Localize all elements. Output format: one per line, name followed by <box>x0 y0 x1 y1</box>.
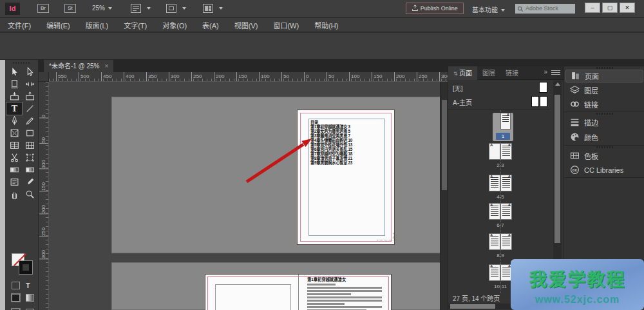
page-thumbnail-left-6-7[interactable]: A <box>489 203 500 220</box>
chevron-down-icon[interactable] <box>182 7 186 10</box>
page-thumbnail-left-2-3[interactable]: A <box>489 143 500 160</box>
panel-expand-icon[interactable]: » <box>544 68 547 75</box>
tab-layers[interactable]: 图层 <box>477 66 500 80</box>
dock-item-color[interactable]: 颜色 <box>565 131 643 144</box>
page-thumbnail-left-8-9[interactable]: A <box>489 233 500 250</box>
panel-menu-icon[interactable] <box>551 70 560 76</box>
gradient-feather-tool[interactable] <box>22 164 37 176</box>
vertical-grid-tool[interactable] <box>22 139 37 151</box>
page-thumbnail-left-4-5[interactable]: A <box>489 175 500 191</box>
scroll-up-icon[interactable] <box>555 82 560 86</box>
master-thumbnail <box>539 82 547 93</box>
stock-button[interactable]: St <box>64 4 76 13</box>
page-thumbnail-right-4-5[interactable]: A <box>500 175 512 191</box>
close-tab-icon[interactable]: × <box>105 63 109 70</box>
menu-item-6[interactable]: 视图(V) <box>234 20 258 30</box>
page-tool[interactable] <box>6 78 22 90</box>
eyedropper-tool[interactable] <box>22 176 37 188</box>
arrange-documents-icon[interactable] <box>203 4 213 13</box>
menu-item-1[interactable]: 编辑(E) <box>46 20 70 30</box>
hand-tool[interactable] <box>6 188 22 200</box>
page-thumbnail-right-2-3[interactable]: A <box>500 143 512 160</box>
zoom-level-dropdown[interactable]: 25% <box>92 5 112 12</box>
gradient-tool[interactable] <box>6 164 22 176</box>
panel-grip[interactable] <box>596 146 613 148</box>
rectangle-tool[interactable] <box>22 127 37 139</box>
menu-item-0[interactable]: 文件(F) <box>8 20 31 30</box>
dock-item-links[interactable]: 链接 <box>565 98 643 111</box>
spread-label-10-11: 10-11 <box>488 284 513 289</box>
zoom-tool[interactable] <box>22 188 37 200</box>
direct-selection-tool[interactable] <box>22 66 37 78</box>
chevron-down-icon[interactable] <box>219 7 223 10</box>
bridge-button[interactable]: Br <box>37 4 49 13</box>
content-collector-tool[interactable] <box>6 90 22 102</box>
master-thumbnail <box>531 96 539 107</box>
workspace-switcher[interactable]: 基本功能 <box>472 5 505 14</box>
ruler-origin-box[interactable] <box>39 72 49 82</box>
type-tool[interactable]: T <box>6 102 22 115</box>
panel-grip[interactable] <box>596 67 613 69</box>
free-transform-tool[interactable] <box>22 151 37 164</box>
svg-text:cc: cc <box>573 167 578 171</box>
note-tool[interactable] <box>6 176 22 188</box>
v-ruler-tick: 0 <box>39 114 49 118</box>
publish-online-button[interactable]: Publish Online <box>406 3 464 14</box>
menu-item-8[interactable]: 帮助(H) <box>314 20 338 30</box>
dock-item-stroke[interactable]: 描边 <box>565 116 643 129</box>
screen-mode-icon[interactable] <box>131 4 141 13</box>
line-tool[interactable] <box>22 102 37 115</box>
page-thumbnail-right-6-7[interactable]: A <box>500 203 512 220</box>
adobe-stock-search-input[interactable]: Adobe Stock <box>515 4 575 14</box>
menu-item-4[interactable]: 对象(O) <box>162 20 187 30</box>
apply-color-icon[interactable] <box>12 294 20 302</box>
formatting-affects-text-icon[interactable]: T <box>26 282 30 289</box>
selection-tool[interactable] <box>6 66 22 78</box>
page-thumbnail-left-10-11[interactable]: A <box>489 264 500 281</box>
dock-item-swatches[interactable]: 色板 <box>565 150 643 162</box>
menu-item-7[interactable]: 窗口(W) <box>273 20 299 30</box>
menu-item-5[interactable]: 表(A) <box>202 20 219 30</box>
master-letter: A <box>490 143 493 147</box>
h-ruler-tick: 500 <box>79 72 89 82</box>
dock-item-layers[interactable]: 图层 <box>565 84 643 97</box>
view-options-icon[interactable] <box>166 4 176 13</box>
tab-links[interactable]: 链接 <box>500 66 524 80</box>
dock-item-pages[interactable]: 页面 <box>565 70 643 82</box>
menu-item-3[interactable]: 文字(T) <box>124 20 147 30</box>
vertical-ruler[interactable]: 050100150200250300 <box>39 82 49 310</box>
stroke-swatch[interactable] <box>19 261 32 274</box>
scissors-tool[interactable] <box>6 151 22 164</box>
gap-tool[interactable] <box>22 78 37 90</box>
dock-item-cc-libraries[interactable]: ccCC Libraries <box>565 164 643 177</box>
pages-icon <box>571 71 580 82</box>
canvas-scrollbar[interactable] <box>440 82 448 310</box>
tool-grid: T <box>6 66 37 200</box>
panel-grip[interactable] <box>596 113 613 115</box>
formatting-affects-container-icon[interactable] <box>12 282 20 289</box>
content-placer-tool[interactable] <box>22 90 37 102</box>
scrollbar-thumb[interactable] <box>554 95 560 243</box>
maximize-button[interactable]: ▢ <box>602 3 618 13</box>
page-thumbnail-right-8-9[interactable]: A <box>500 233 512 250</box>
document-tab[interactable]: *未命名-1 @ 25%× <box>44 60 113 72</box>
horizontal-ruler[interactable]: 5505004504003503002502001501005005010015… <box>49 72 448 82</box>
document-canvas[interactable]: 目录第1章初穿越就遇渣女 3第2章女若为尊男若卑 5第3章最难消受美男恩 7第4… <box>49 82 440 310</box>
apply-gradient-icon[interactable] <box>26 294 34 302</box>
horizontal-grid-tool[interactable] <box>6 139 22 151</box>
frame-tool[interactable] <box>6 127 22 139</box>
chevron-down-icon[interactable] <box>147 7 151 10</box>
scrollbar-thumb[interactable] <box>450 304 495 309</box>
dock-item-label: 色板 <box>584 151 598 161</box>
master-none-row[interactable]: [无] <box>448 81 550 94</box>
tab-pages[interactable]: ⇅ 页面 <box>448 66 477 80</box>
page-thumbnail-1[interactable]: A <box>500 113 511 130</box>
scrollbar-thumb[interactable] <box>442 100 447 190</box>
pen-tool[interactable] <box>6 115 22 127</box>
menu-item-2[interactable]: 版面(L) <box>86 20 108 30</box>
pencil-tool[interactable] <box>22 115 37 127</box>
close-button[interactable]: ✕ <box>620 3 635 13</box>
master-a-row[interactable]: A-主页 <box>448 95 550 108</box>
minimize-button[interactable]: – <box>585 3 600 13</box>
panel-grip[interactable] <box>13 62 31 64</box>
